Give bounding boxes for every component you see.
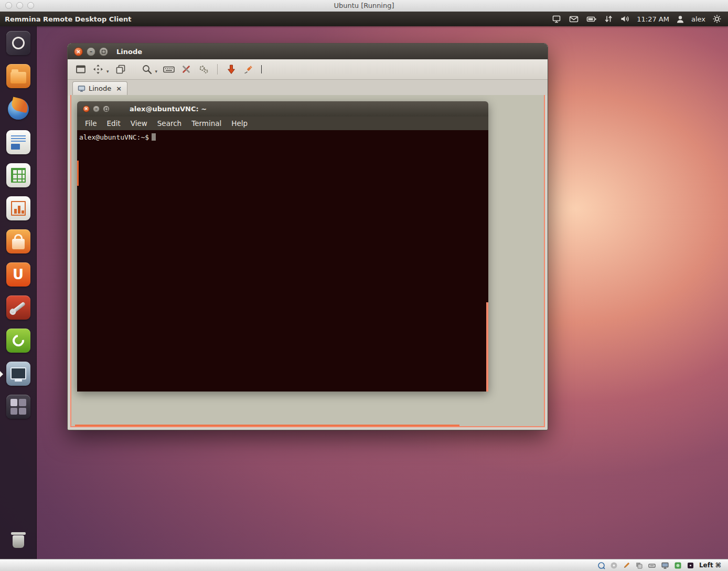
- session-username[interactable]: alex: [691, 15, 705, 23]
- display-status-icon[interactable]: [661, 562, 669, 569]
- workspace-switcher-icon: [6, 395, 30, 419]
- launcher-item-dash[interactable]: [0, 31, 37, 56]
- viewport-artifact-left: [77, 161, 79, 186]
- window-title: Linode: [116, 48, 142, 56]
- clock[interactable]: 11:27 AM: [637, 15, 669, 23]
- terminal-close-button[interactable]: ×: [83, 105, 90, 112]
- vbox-statusbar: Left ⌘: [0, 559, 728, 571]
- terminal-window[interactable]: × – alex@ubuntuVNC: ~ File Edit View Sea…: [77, 101, 488, 392]
- volume-indicator-icon[interactable]: [620, 14, 630, 24]
- launcher-item-trash[interactable]: [0, 527, 37, 553]
- pan-tool-button[interactable]: [90, 62, 106, 77]
- virtualization-status-icon[interactable]: [674, 562, 682, 569]
- window-close-button[interactable]: ×: [74, 47, 83, 56]
- firefox-icon: [6, 97, 30, 121]
- tab-close-icon[interactable]: ×: [116, 84, 122, 92]
- menu-help[interactable]: Help: [231, 119, 248, 128]
- ubuntu-one-icon: U: [6, 262, 30, 287]
- close-icon: ×: [84, 107, 89, 111]
- shared-folders-status-icon[interactable]: [635, 562, 643, 569]
- remmina-toolbar: ▾ ▾: [68, 59, 548, 80]
- software-center-icon: [6, 229, 30, 253]
- screenshot-download-button[interactable]: [223, 62, 239, 77]
- screen: Ubuntu [Running] Remmina Remote Desktop …: [0, 0, 728, 571]
- trash-icon: [6, 527, 30, 552]
- menu-edit[interactable]: Edit: [107, 119, 121, 128]
- software-updater-icon: [6, 329, 30, 353]
- viewport-bottom-line: [75, 425, 459, 426]
- libreoffice-writer-icon: [6, 130, 30, 154]
- maximize-icon: [102, 50, 105, 54]
- terminal-title: alex@ubuntuVNC: ~: [130, 105, 207, 113]
- menu-search[interactable]: Search: [157, 119, 181, 128]
- ubuntu-dash-icon: [6, 31, 30, 55]
- launcher-item-firefox[interactable]: [0, 97, 37, 122]
- window-minimize-button[interactable]: –: [87, 47, 95, 56]
- system-settings-icon: [6, 295, 30, 320]
- text-caret: [261, 65, 262, 73]
- ubuntu-top-panel: Remmina Remote Desktop Client 11:27 AM: [0, 12, 728, 26]
- network-status-icon[interactable]: [648, 562, 656, 569]
- mail-indicator-icon[interactable]: [569, 14, 579, 24]
- launcher-item-system-settings[interactable]: [0, 295, 37, 321]
- tab-connection-icon: [78, 84, 85, 92]
- remmina-icon: [6, 362, 30, 386]
- zoom-button[interactable]: [139, 62, 155, 77]
- connection-tools-button[interactable]: [178, 62, 194, 77]
- host-window-title: Ubuntu [Running]: [0, 0, 728, 12]
- host-key-indicator: Left ⌘: [699, 562, 721, 569]
- remmina-window: × – Linode ▾ ▾: [67, 43, 548, 430]
- terminal-maximize-button[interactable]: [103, 105, 110, 112]
- remmina-titlebar[interactable]: × – Linode: [68, 44, 548, 59]
- menu-view[interactable]: View: [131, 119, 147, 128]
- duplicate-connection-button[interactable]: [113, 62, 129, 77]
- ubuntu-one-letter: U: [13, 268, 24, 281]
- launcher-item-remmina[interactable]: [0, 362, 37, 387]
- hdd-status-icon[interactable]: [597, 562, 605, 569]
- user-icon: [676, 15, 684, 24]
- window-maximize-button[interactable]: [99, 47, 108, 56]
- keyboard-grab-button[interactable]: [161, 62, 177, 77]
- pencil-status-icon[interactable]: [623, 562, 630, 569]
- tab-linode[interactable]: Linode ×: [72, 81, 127, 96]
- host-titlebar: Ubuntu [Running]: [0, 0, 728, 12]
- launcher-item-writer[interactable]: [0, 130, 37, 155]
- preferences-button[interactable]: [196, 62, 211, 77]
- terminal-titlebar[interactable]: × – alex@ubuntuVNC: ~: [77, 101, 488, 117]
- launcher-item-impress[interactable]: [0, 196, 37, 221]
- minimize-icon: –: [95, 107, 98, 111]
- launcher-item-calc[interactable]: [0, 163, 37, 188]
- toolbar-separator: [217, 64, 218, 75]
- maximize-icon: [105, 108, 108, 111]
- vm-display: Remmina Remote Desktop Client 11:27 AM: [0, 12, 728, 559]
- terminal-cursor: [152, 133, 156, 141]
- battery-indicator-icon[interactable]: [586, 14, 597, 24]
- fullscreen-button[interactable]: [73, 62, 89, 77]
- close-icon: ×: [76, 49, 81, 55]
- running-indicator-arrow: [0, 371, 3, 377]
- terminal-menubar: File Edit View Search Terminal Help: [77, 117, 488, 130]
- launcher-item-software-updater[interactable]: [0, 329, 37, 354]
- shell-prompt: alex@ubuntuVNC:~$: [79, 133, 149, 141]
- menu-file[interactable]: File: [85, 119, 97, 128]
- libreoffice-calc-icon: [6, 163, 30, 187]
- viewport-artifact-right: [486, 302, 488, 392]
- launcher-item-files[interactable]: [0, 64, 37, 89]
- remote-desktop-viewport[interactable]: × – alex@ubuntuVNC: ~ File Edit View Sea…: [70, 95, 545, 427]
- disconnect-button[interactable]: [241, 62, 256, 77]
- remote-desktop-indicator-icon[interactable]: [552, 14, 562, 24]
- mouse-capture-status-icon[interactable]: [687, 562, 694, 569]
- zoom-dropdown-caret[interactable]: ▾: [155, 69, 158, 74]
- tab-label: Linode: [89, 84, 111, 92]
- launcher-item-software-center[interactable]: [0, 229, 37, 255]
- launcher-item-ubuntu-one[interactable]: U: [0, 262, 37, 288]
- unity-launcher: U: [0, 26, 37, 559]
- cd-status-icon[interactable]: [610, 562, 618, 569]
- terminal-minimize-button[interactable]: –: [93, 105, 100, 112]
- pan-dropdown-caret[interactable]: ▾: [106, 69, 109, 74]
- sync-indicator-icon[interactable]: [604, 14, 613, 24]
- menu-terminal[interactable]: Terminal: [191, 119, 221, 128]
- gear-icon[interactable]: [712, 14, 722, 24]
- terminal-output[interactable]: alex@ubuntuVNC:~$: [77, 130, 488, 392]
- launcher-item-workspace-switcher[interactable]: [0, 395, 37, 420]
